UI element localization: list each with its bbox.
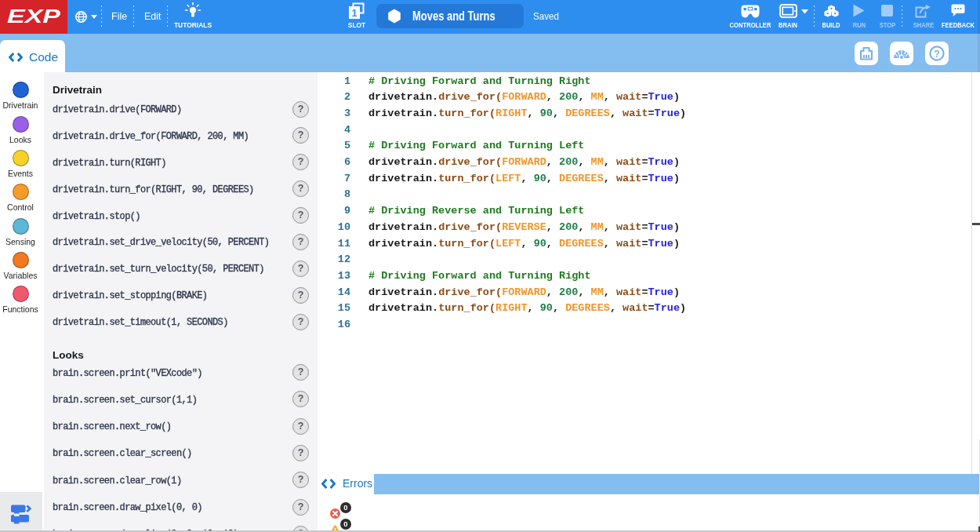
svg-text:1: 1 <box>351 7 357 19</box>
svg-text:?: ? <box>934 49 940 60</box>
